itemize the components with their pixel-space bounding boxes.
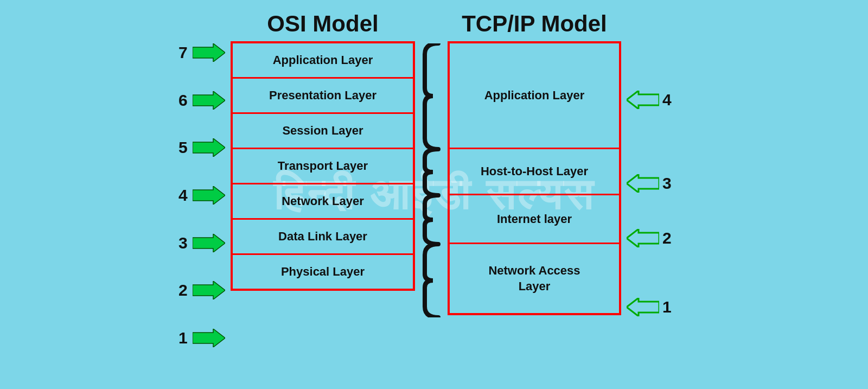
- svg-marker-7: [627, 91, 659, 109]
- number-1: 1: [178, 329, 189, 347]
- svg-marker-9: [627, 229, 659, 247]
- brace-top: [422, 43, 441, 149]
- left-label-6: 6: [178, 91, 225, 110]
- arrow-left-1: [627, 298, 659, 316]
- osi-layer-session: Session Layer: [233, 114, 413, 149]
- tcp-layer-application: Application Layer: [450, 43, 619, 149]
- number-7: 7: [178, 43, 189, 62]
- tcp-title: TCP/IP Model: [462, 11, 607, 37]
- svg-marker-10: [627, 298, 659, 316]
- osi-model-box: Application Layer Presentation Layer Ses…: [231, 41, 415, 291]
- osi-layer-datalink: Data Link Layer: [233, 220, 413, 255]
- arrow-left-2: [627, 229, 659, 247]
- arrow-right-1: [193, 329, 225, 347]
- brace-column: [415, 11, 448, 347]
- arrow-left-4: [627, 91, 659, 109]
- brace-transport: [422, 149, 441, 195]
- osi-layer-transport: Transport Layer: [233, 149, 413, 184]
- left-label-1: 1: [178, 329, 225, 347]
- tcp-section: TCP/IP Model Application Layer Host-to-H…: [448, 11, 621, 315]
- arrow-right-5: [193, 138, 225, 157]
- tcp-layer-network-access: Network AccessLayer: [450, 244, 619, 313]
- right-number-1: 1: [662, 298, 673, 316]
- right-number-4: 4: [662, 91, 673, 109]
- svg-marker-6: [193, 329, 225, 347]
- left-label-4: 4: [178, 186, 225, 205]
- svg-marker-5: [193, 281, 225, 299]
- osi-title: OSI Model: [267, 11, 378, 37]
- arrow-right-2: [193, 281, 225, 299]
- osi-layer-presentation: Presentation Layer: [233, 79, 413, 114]
- left-labels: 7 6 5 4: [176, 11, 231, 347]
- svg-marker-1: [193, 91, 225, 110]
- right-label-4: 4: [627, 47, 673, 153]
- brace-bottom: [422, 244, 441, 317]
- svg-marker-0: [193, 43, 225, 62]
- number-4: 4: [178, 186, 189, 205]
- number-5: 5: [178, 138, 189, 157]
- right-label-1: 1: [627, 270, 673, 343]
- svg-marker-8: [627, 174, 659, 193]
- arrow-right-4: [193, 186, 225, 205]
- svg-marker-3: [193, 186, 225, 205]
- arrow-left-3: [627, 174, 659, 193]
- osi-layer-physical: Physical Layer: [233, 255, 413, 289]
- osi-layer-application: Application Layer: [233, 43, 413, 79]
- right-label-3: 3: [627, 161, 673, 207]
- arrow-right-3: [193, 234, 225, 252]
- arrow-right-6: [193, 91, 225, 110]
- right-number-2: 2: [662, 229, 673, 247]
- tcp-layer-internet: Internet layer: [450, 195, 619, 244]
- arrow-right-7: [193, 43, 225, 62]
- left-label-3: 3: [178, 234, 225, 252]
- right-labels: 4 3 2 1: [621, 11, 692, 347]
- main-container: 7 6 5 4: [0, 0, 868, 389]
- number-2: 2: [178, 281, 189, 299]
- osi-layer-network: Network Layer: [233, 184, 413, 220]
- tcp-layer-host: Host-to-Host Layer: [450, 149, 619, 195]
- osi-section: OSI Model Application Layer Presentation…: [231, 11, 415, 291]
- brace-network: [422, 195, 441, 244]
- svg-marker-2: [193, 138, 225, 157]
- number-6: 6: [178, 91, 189, 110]
- svg-marker-4: [193, 234, 225, 252]
- right-label-2: 2: [627, 214, 673, 263]
- tcp-model-box: Application Layer Host-to-Host Layer Int…: [448, 41, 621, 315]
- left-label-5: 5: [178, 138, 225, 157]
- number-3: 3: [178, 234, 189, 252]
- left-label-7: 7: [178, 43, 225, 62]
- right-number-3: 3: [662, 174, 673, 193]
- left-label-2: 2: [178, 281, 225, 299]
